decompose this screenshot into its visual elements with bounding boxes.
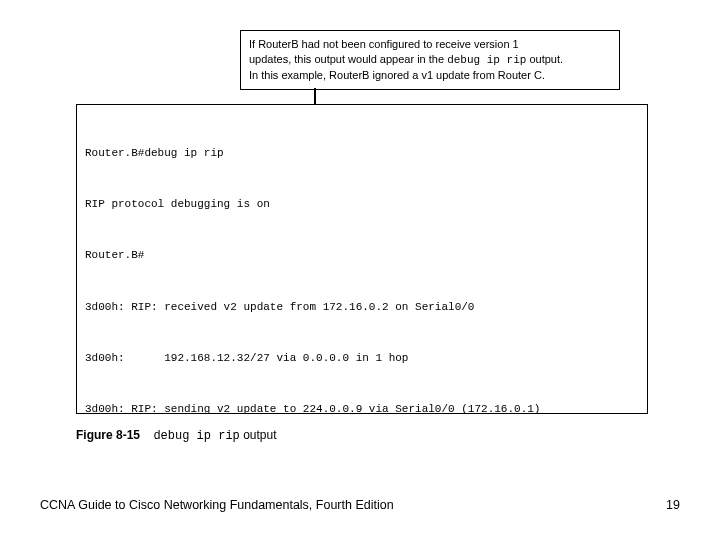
terminal-line: Router.B#debug ip rip xyxy=(85,145,639,162)
terminal-output: Router.B#debug ip rip RIP protocol debug… xyxy=(76,104,648,414)
figure-suffix: output xyxy=(240,428,277,442)
terminal-line: 3d00h: RIP: received v2 update from 172.… xyxy=(85,299,639,316)
callout-line-2: updates, this output would appear in the… xyxy=(249,52,611,68)
callout-line-3: In this example, RouterB ignored a v1 up… xyxy=(249,68,611,83)
footer-book-title: CCNA Guide to Cisco Networking Fundament… xyxy=(40,498,394,512)
figure-caption: Figure 8-15 debug ip rip output xyxy=(76,428,277,443)
terminal-line: RIP protocol debugging is on xyxy=(85,196,639,213)
terminal-line: 3d00h: RIP: sending v2 update to 224.0.0… xyxy=(85,401,639,414)
callout-cmd: debug ip rip xyxy=(447,54,526,66)
callout-box: If RouterB had not been configured to re… xyxy=(240,30,620,90)
footer-page-number: 19 xyxy=(666,498,680,512)
slide-stage: If RouterB had not been configured to re… xyxy=(0,0,720,540)
callout-line-1: If RouterB had not been configured to re… xyxy=(249,37,611,52)
terminal-line: Router.B# xyxy=(85,247,639,264)
figure-number: Figure 8-15 xyxy=(76,428,140,442)
callout-line-2a: updates, this output would appear in the xyxy=(249,53,447,65)
figure-cmd: debug ip rip xyxy=(153,429,239,443)
terminal-line: 3d00h: 192.168.12.32/27 via 0.0.0.0 in 1… xyxy=(85,350,639,367)
callout-line-2c: output. xyxy=(526,53,563,65)
